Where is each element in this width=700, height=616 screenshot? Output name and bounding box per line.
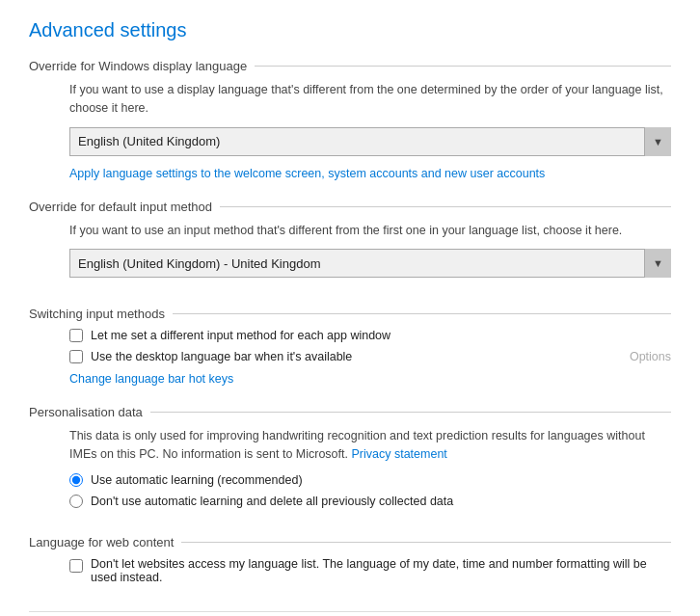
apply-language-settings-link[interactable]: Apply language settings to the welcome s… xyxy=(69,167,545,180)
section-display-language: Override for Windows display language If… xyxy=(29,59,671,190)
section-web-content: Language for web content Don't let websi… xyxy=(29,535,671,602)
checkbox-web-content[interactable] xyxy=(69,559,83,573)
section-body-switching-input: Let me set a different input method for … xyxy=(29,329,671,395)
page-title: Advanced settings xyxy=(29,19,671,41)
input-method-select-wrapper: English (United Kingdom) - United Kingdo… xyxy=(69,249,671,278)
checkbox-row-language-bar: Use the desktop language bar when it's a… xyxy=(69,350,671,363)
section-body-web-content: Don't let websites access my language li… xyxy=(29,557,671,602)
personalisation-description: This data is only used for improving han… xyxy=(69,427,671,464)
checkbox-different-input[interactable] xyxy=(69,329,83,342)
section-label-display-language: Override for Windows display language xyxy=(29,59,255,73)
section-body-personalisation: This data is only used for improving han… xyxy=(29,427,671,525)
section-switching-input: Switching input methods Let me set a dif… xyxy=(29,307,671,395)
radio-label-dont-use-automatic: Don't use automatic learning and delete … xyxy=(91,495,453,508)
radio-label-use-automatic: Use automatic learning (recommended) xyxy=(91,473,303,487)
checkbox-label-web-content: Don't let websites access my language li… xyxy=(91,557,671,584)
display-language-description: If you want to use a display language th… xyxy=(69,81,671,118)
section-divider-input xyxy=(220,206,671,207)
section-personalisation: Personalisation data This data is only u… xyxy=(29,405,671,525)
change-language-bar-hotkeys-link[interactable]: Change language bar hot keys xyxy=(69,372,233,386)
section-divider-web xyxy=(181,542,671,543)
options-link: Options xyxy=(610,350,671,363)
section-input-method: Override for default input method If you… xyxy=(29,200,671,298)
radio-dont-use-automatic[interactable] xyxy=(69,495,83,508)
section-label-web-content: Language for web content xyxy=(29,535,181,549)
section-body-input-method: If you want to use an input method that'… xyxy=(29,222,671,298)
radio-row-use-automatic: Use automatic learning (recommended) xyxy=(69,473,671,487)
checkbox-row-different-input: Let me set a different input method for … xyxy=(69,329,671,342)
footer: Restore defaults xyxy=(29,611,671,616)
checkbox-language-bar[interactable] xyxy=(69,350,83,363)
section-body-display-language: If you want to use a display language th… xyxy=(29,81,671,190)
radio-use-automatic[interactable] xyxy=(69,473,83,487)
section-divider-personalisation xyxy=(150,412,671,413)
display-language-select[interactable]: English (United Kingdom) English (United… xyxy=(69,127,671,156)
privacy-statement-link[interactable]: Privacy statement xyxy=(351,447,446,461)
input-method-select[interactable]: English (United Kingdom) - United Kingdo… xyxy=(69,249,671,278)
checkbox-label-different-input: Let me set a different input method for … xyxy=(91,329,390,342)
section-divider-switching xyxy=(173,313,671,314)
section-label-switching-input: Switching input methods xyxy=(29,307,173,321)
input-method-description: If you want to use an input method that'… xyxy=(69,222,671,240)
checkbox-label-language-bar: Use the desktop language bar when it's a… xyxy=(91,350,352,363)
section-label-personalisation: Personalisation data xyxy=(29,405,150,419)
checkbox-row-web-content: Don't let websites access my language li… xyxy=(69,557,671,584)
radio-row-dont-use-automatic: Don't use automatic learning and delete … xyxy=(69,495,671,508)
display-language-select-wrapper: English (United Kingdom) English (United… xyxy=(69,127,671,156)
section-divider-display xyxy=(255,66,671,67)
section-label-input-method: Override for default input method xyxy=(29,200,220,214)
